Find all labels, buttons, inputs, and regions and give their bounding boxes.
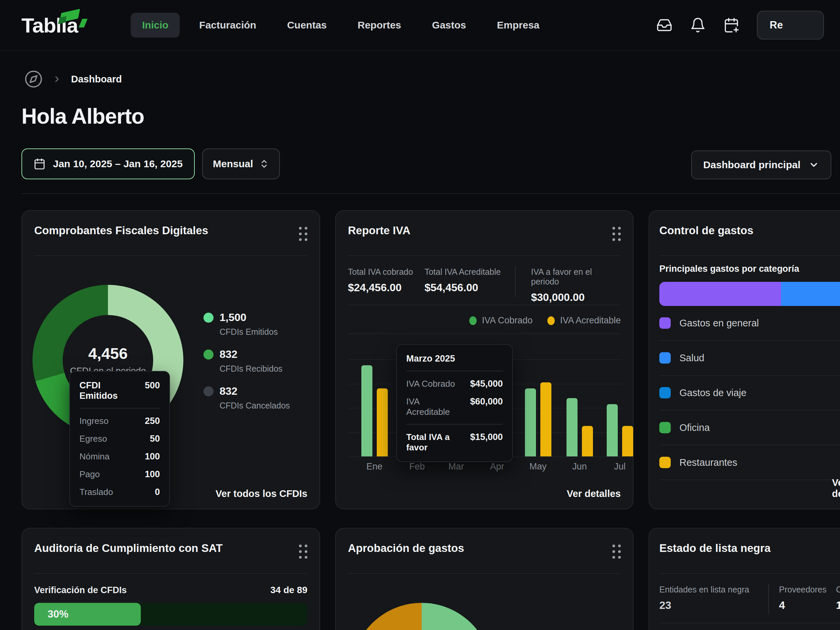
sat-progress-bar: 30% — [34, 603, 307, 626]
cfdi-legend-item: 1,500CFDIs Emitidos — [204, 311, 290, 337]
bar-jun-acreditable[interactable] — [582, 426, 593, 456]
breadcrumb: Dashboard — [24, 70, 122, 88]
inbox-icon[interactable] — [656, 17, 673, 33]
legend-dot-icon — [204, 349, 213, 360]
chevron-down-icon — [808, 159, 819, 170]
tooltip-title: Marzo 2025 — [406, 354, 455, 364]
iva-stat: Total IVA cobrado$24,456.00 — [348, 267, 424, 303]
sat-metric-count: 34 de 89 — [270, 585, 307, 595]
tooltip-total-label: Total IVA a favor — [406, 432, 456, 453]
gastos-stacked-bar[interactable] — [659, 282, 840, 306]
period-select[interactable]: Mensual — [202, 148, 280, 179]
stack-segment-gastos-en-general[interactable] — [659, 282, 781, 306]
bar-jun-cobrado[interactable] — [567, 398, 578, 456]
nav-item-gastos[interactable]: Gastos — [421, 13, 478, 38]
nav-item-facturación[interactable]: Facturación — [188, 13, 267, 38]
legend-swatch-icon — [659, 387, 671, 398]
topbar: Tablia InicioFacturaciónCuentasReportesG… — [0, 0, 840, 51]
cfdi-legend-item: 832CFDIs Cancelados — [204, 385, 290, 411]
iva-stat: Total IVA Acreditable$54,456.00 — [424, 267, 515, 303]
divider — [348, 333, 621, 334]
bar-may-acreditable[interactable] — [540, 382, 551, 456]
tooltip-title-value: 500 — [145, 381, 160, 401]
app-logo[interactable]: Tablia — [21, 13, 99, 37]
logo-i-accent-icon — [79, 19, 88, 27]
lista-stat: Clientes19 — [836, 585, 840, 614]
bar-ene-cobrado[interactable] — [362, 365, 373, 456]
topbar-actions: Re — [656, 11, 824, 39]
card-lista-title: Estado de lista negra — [659, 542, 771, 554]
cfdi-view-all-link[interactable]: Ver todos los CFDIs — [216, 488, 307, 499]
iva-x-axis: EneFebMarAprMayJunJul — [348, 461, 622, 473]
filters-row: Jan 10, 2025 – Jan 16, 2025 Mensual — [21, 148, 280, 179]
dashboard-select[interactable]: Dashboard principal — [691, 150, 831, 179]
gastos-legend-item[interactable]: Oficina — [659, 411, 840, 445]
bar-jul-acreditable[interactable] — [622, 426, 633, 456]
divider — [659, 255, 840, 256]
gastos-subtitle: Principales gastos por categoría — [659, 264, 799, 274]
date-range-value: Jan 10, 2025 – Jan 16, 2025 — [53, 158, 183, 170]
gastos-details-link[interactable]: Ver detalles — [832, 477, 840, 499]
chevron-right-icon — [52, 74, 62, 84]
vertical-divider — [768, 583, 769, 614]
gastos-legend-item[interactable]: Restaurantes — [659, 445, 840, 480]
divider — [79, 408, 160, 409]
page-divider — [21, 193, 840, 194]
nav-item-empresa[interactable]: Empresa — [486, 13, 551, 38]
card-cfdi-title: Comprobantes Fiscales Digitales — [34, 224, 208, 237]
card-cfdi: Comprobantes Fiscales Digitales 4,456 CF… — [21, 210, 320, 509]
card-aprobacion-title: Aprobación de gastos — [348, 542, 464, 554]
bar-ene-acreditable[interactable] — [377, 388, 388, 456]
date-range-picker[interactable]: Jan 10, 2025 – Jan 16, 2025 — [21, 148, 195, 179]
nav-item-reportes[interactable]: Reportes — [346, 13, 413, 38]
divider — [348, 573, 621, 574]
legend-dot-icon — [469, 316, 477, 325]
bar-may-cobrado[interactable] — [525, 388, 536, 456]
topbar-cta-button[interactable]: Re — [757, 11, 824, 39]
bar-jul-cobrado[interactable] — [607, 404, 618, 456]
tooltip-row: IVA Acreditable$60,000 — [406, 396, 503, 417]
bell-icon[interactable] — [690, 17, 706, 33]
cfdi-total-value: 4,456 — [88, 344, 128, 363]
drag-handle-icon[interactable] — [613, 545, 621, 559]
sat-metric-label: Verificación de CFDIs — [34, 585, 127, 595]
calendar-plus-icon[interactable] — [723, 17, 739, 33]
iva-details-link[interactable]: Ver detalles — [567, 488, 621, 499]
x-tick-label: Jun — [572, 461, 587, 472]
drag-handle-icon[interactable] — [613, 227, 621, 241]
legend-swatch-icon — [659, 422, 671, 433]
gastos-legend-item[interactable]: Salud — [659, 341, 840, 376]
lista-stat: Entidades en lista negra23 — [659, 585, 768, 614]
dashboard-select-value: Dashboard principal — [703, 159, 801, 171]
tooltip-row: Egreso50 — [79, 434, 160, 444]
cfdi-legend: 1,500CFDIs Emitidos832CFDIs Recibidos832… — [204, 311, 290, 411]
compass-icon[interactable] — [24, 70, 43, 88]
sat-progress-label: 30% — [47, 608, 68, 620]
nav-item-cuentas[interactable]: Cuentas — [276, 13, 338, 38]
gastos-legend-item[interactable]: Gastos de viaje — [659, 376, 840, 411]
legend-swatch-icon — [659, 317, 671, 329]
nav-item-inicio[interactable]: Inicio — [131, 13, 180, 38]
card-iva-title: Reporte IVA — [348, 224, 410, 237]
card-lista-negra: Estado de lista negra Entidades en lista… — [649, 528, 840, 630]
breadcrumb-current[interactable]: Dashboard — [71, 74, 122, 85]
iva-legend-item: IVA Acreditable — [547, 315, 621, 326]
tooltip-total-value: $15,000 — [470, 432, 503, 453]
page-title: Hola Alberto — [21, 104, 144, 129]
card-iva: Reporte IVA Total IVA cobrado$24,456.00T… — [335, 210, 633, 509]
x-tick-label: Apr — [490, 461, 504, 472]
iva-stat: IVA a favor en el periodo$30,000.00 — [531, 267, 621, 303]
divider — [34, 573, 307, 574]
chevrons-up-down-icon — [259, 159, 269, 169]
lista-stat: Proveedores4 — [779, 585, 836, 614]
drag-handle-icon[interactable] — [299, 545, 307, 559]
aprobacion-pie-chart[interactable] — [351, 603, 492, 630]
tooltip-row: Ingreso250 — [79, 416, 160, 426]
x-tick-label: Feb — [409, 461, 425, 472]
tooltip-row: Nómina100 — [79, 452, 160, 462]
divider — [348, 255, 621, 256]
stack-segment-salud[interactable] — [781, 282, 840, 306]
iva-chart-legend: IVA CobradoIVA Acreditable — [469, 315, 621, 326]
drag-handle-icon[interactable] — [299, 227, 307, 241]
gastos-legend-item[interactable]: Gastos en general — [659, 306, 840, 341]
